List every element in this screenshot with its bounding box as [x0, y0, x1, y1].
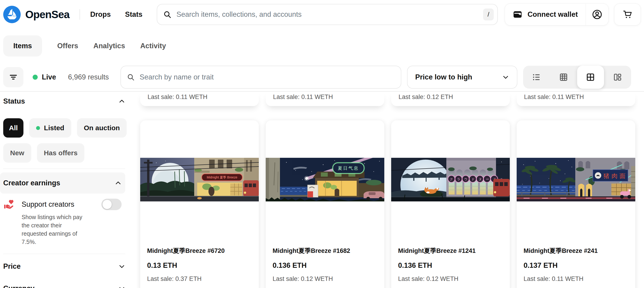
sort-dropdown[interactable]: Price low to high	[407, 66, 517, 89]
nft-image-midnight-breeze-6720: Midnight 夏季 Breeze	[140, 158, 259, 201]
live-label: Live	[42, 73, 56, 81]
top-bar: OpenSea Drops Stats / Connect wallet	[0, 0, 644, 29]
nft-card-partial[interactable]: Last sale: 0.11 WETH	[517, 92, 635, 106]
global-search[interactable]: /	[157, 4, 498, 25]
card-info: Midnight夏季Breeze #1682 0.136 ETH Last sa…	[266, 239, 384, 283]
nav-drops[interactable]: Drops	[90, 10, 111, 18]
results-count: 6,969 results	[68, 73, 109, 81]
card-row: Midnight 夏季 Breeze Midnight夏季Breeze #672…	[140, 120, 635, 288]
card-last-sale: Last sale: 0.11 WETH	[273, 93, 333, 100]
card-last-sale: Last sale: 0.12 ETH	[398, 93, 453, 100]
trait-search[interactable]	[120, 66, 401, 89]
nft-image-area: クラウドヌードル	[391, 120, 510, 239]
creator-earnings-title: Creator earnings	[3, 179, 60, 187]
heart-hand-icon	[3, 199, 14, 210]
chevron-down-icon	[502, 74, 509, 81]
tab-items[interactable]: Items	[3, 35, 42, 56]
nft-card-1241[interactable]: クラウドヌードル Midnight夏季Breeze #1241 0.136 ET…	[391, 120, 510, 288]
card-name: Midnight夏季Breeze #6720	[147, 247, 252, 255]
support-creators-label: Support creators	[22, 200, 74, 209]
card-price: 0.136 ETH	[398, 261, 503, 270]
view-mode-group	[523, 66, 631, 89]
card-last-sale: Last sale: 0.12 WETH	[272, 275, 378, 283]
nft-card-6720[interactable]: Midnight 夏季 Breeze Midnight夏季Breeze #672…	[140, 120, 259, 288]
toggle-knob	[102, 200, 112, 209]
tab-activity[interactable]: Activity	[140, 42, 166, 50]
card-last-sale: Last sale: 0.11 WETH	[148, 93, 208, 100]
card-last-sale: Last sale: 0.12 WETH	[398, 275, 503, 283]
opensea-logo-icon[interactable]	[3, 6, 21, 23]
status-pill-listed[interactable]: Listed	[29, 118, 71, 138]
tab-analytics[interactable]: Analytics	[93, 42, 125, 50]
filters-sidebar: Status All Listed On auction New Has off…	[0, 92, 129, 288]
search-icon	[127, 73, 135, 81]
status-pill-has-offers[interactable]: Has offers	[37, 143, 84, 163]
creator-earnings-section-header[interactable]: Creator earnings	[0, 173, 125, 194]
nft-card-partial[interactable]: Last sale: 0.12 ETH	[391, 92, 510, 106]
global-search-input[interactable]	[176, 10, 483, 19]
list-view-icon	[532, 72, 541, 82]
nft-card-1682[interactable]: 夏日气息 Midnight夏季Breeze #1682 0.136	[266, 120, 384, 288]
neon-sign-text: 夏日气息	[338, 166, 359, 171]
card-name: Midnight夏季Breeze #1241	[398, 247, 503, 255]
description-line: requested earnings of	[22, 230, 129, 238]
wallet-icon	[513, 10, 522, 19]
nft-image-area: Midnight 夏季 Breeze	[140, 120, 259, 239]
status-pill-all[interactable]: All	[3, 118, 24, 138]
nft-image-midnight-breeze-1682: 夏日气息	[266, 158, 384, 201]
view-dense-grid-button[interactable]	[550, 66, 577, 89]
tab-offers[interactable]: Offers	[57, 42, 78, 50]
nft-card-partial[interactable]: Last sale: 0.11 WETH	[140, 92, 259, 106]
description-line: Show listings which pay	[22, 213, 129, 221]
sort-selected-label: Price low to high	[415, 73, 472, 81]
card-price: 0.13 ETH	[147, 261, 252, 270]
currency-title: Currency	[3, 284, 34, 288]
trait-search-input[interactable]	[139, 73, 395, 81]
status-pill-row-2: New Has offers	[3, 143, 129, 163]
card-name: Midnight夏季Breeze #241	[524, 247, 628, 255]
chevron-down-icon	[118, 285, 125, 288]
chevron-down-icon	[118, 263, 125, 270]
currency-section-header[interactable]: Currency	[3, 284, 125, 288]
status-pill-listed-label: Listed	[44, 124, 64, 132]
split-layout-view-icon	[613, 72, 622, 82]
nft-card-241[interactable]: 猪肉面	[517, 120, 635, 288]
sidebar-divider	[3, 169, 125, 169]
support-creators-toggle[interactable]	[101, 199, 122, 210]
nft-card-partial[interactable]: Last sale: 0.11 WETH	[266, 92, 384, 106]
card-info: Midnight夏季Breeze #6720 0.13 ETH Last sal…	[140, 239, 259, 283]
cart-button[interactable]	[614, 3, 641, 25]
neon-sign-text: 猪肉面	[604, 173, 628, 179]
neon-sign-text: Midnight 夏季 Breeze	[206, 175, 237, 179]
cart-icon	[622, 9, 632, 19]
connect-wallet-button[interactable]: Connect wallet	[505, 4, 586, 25]
filter-icon	[9, 73, 18, 82]
card-row-partial: Last sale: 0.11 WETH Last sale: 0.11 WET…	[140, 92, 635, 106]
nft-image-midnight-breeze-1241: クラウドヌードル	[391, 158, 510, 201]
brand-wordmark[interactable]: OpenSea	[25, 8, 70, 21]
dense-grid-view-icon	[559, 72, 568, 82]
listed-green-dot	[36, 126, 40, 130]
filter-bar: Live 6,969 results Price low to high	[0, 63, 644, 91]
card-last-sale: Last sale: 0.11 WETH	[524, 93, 584, 100]
view-split-layout-button[interactable]	[604, 66, 631, 89]
card-price: 0.136 ETH	[272, 261, 378, 270]
search-icon	[163, 10, 172, 18]
price-section-header[interactable]: Price	[3, 262, 125, 271]
wallet-button-group: Connect wallet	[505, 3, 608, 25]
items-grid: Last sale: 0.11 WETH Last sale: 0.11 WET…	[129, 92, 644, 288]
status-section-header[interactable]: Status	[3, 97, 125, 105]
search-shortcut-badge: /	[483, 8, 494, 20]
profile-button[interactable]	[586, 4, 608, 25]
view-grid-2x2-button[interactable]	[577, 66, 604, 89]
nav-stats[interactable]: Stats	[125, 10, 142, 18]
main-area: Status All Listed On auction New Has off…	[0, 92, 644, 288]
status-pill-row-1: All Listed On auction	[3, 118, 129, 138]
card-info: Midnight夏季Breeze #241 0.137 ETH Last sal…	[517, 239, 635, 283]
nav-divider	[80, 9, 80, 20]
filters-toggle-button[interactable]	[3, 67, 24, 87]
nft-image-area: 猪肉面	[517, 120, 635, 239]
status-pill-on-auction[interactable]: On auction	[77, 118, 127, 138]
status-pill-new[interactable]: New	[3, 143, 31, 163]
view-list-button[interactable]	[523, 66, 550, 89]
